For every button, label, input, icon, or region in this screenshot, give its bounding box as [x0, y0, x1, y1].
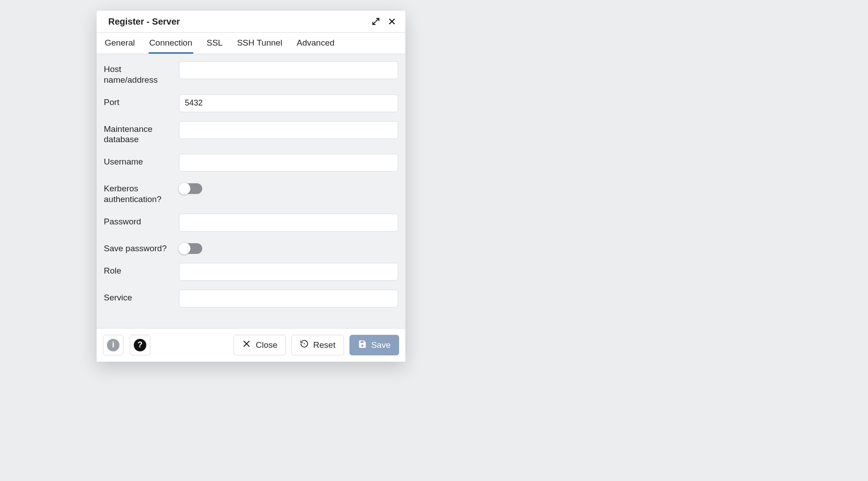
- row-password: Password: [104, 214, 398, 232]
- reset-button[interactable]: Reset: [291, 335, 344, 355]
- kerberos-toggle[interactable]: [179, 183, 202, 194]
- password-input[interactable]: [179, 214, 398, 232]
- label-role: Role: [104, 263, 171, 276]
- dialog-tabs: General Connection SSL SSH Tunnel Advanc…: [97, 33, 405, 54]
- tab-connection[interactable]: Connection: [149, 33, 193, 54]
- tab-advanced[interactable]: Advanced: [296, 33, 336, 54]
- reset-button-icon: [300, 339, 309, 350]
- dialog-footer: i ? Close Reset: [97, 328, 405, 362]
- row-maintenance-db: Maintenance database: [104, 121, 398, 145]
- info-button[interactable]: i: [103, 335, 123, 355]
- dialog-title: Register - Server: [108, 17, 370, 27]
- label-kerberos: Kerberos authentication?: [104, 181, 171, 205]
- close-button[interactable]: Close: [234, 335, 286, 355]
- close-button-icon: [242, 339, 251, 350]
- register-server-dialog: Register - Server General Connection SSL…: [97, 11, 405, 362]
- username-input[interactable]: [179, 154, 398, 172]
- close-button-label: Close: [255, 340, 277, 350]
- row-username: Username: [104, 154, 398, 172]
- row-port: Port: [104, 94, 398, 112]
- titlebar-actions: [370, 16, 397, 27]
- maintenance-db-input[interactable]: [179, 121, 398, 139]
- label-host: Host name/address: [104, 61, 171, 85]
- save-button-label: Save: [371, 340, 391, 350]
- save-button[interactable]: Save: [349, 335, 399, 355]
- label-service: Service: [104, 290, 171, 303]
- row-save-password: Save password?: [104, 240, 398, 254]
- service-input[interactable]: [179, 290, 398, 308]
- dialog-titlebar: Register - Server: [97, 11, 405, 33]
- save-button-icon: [358, 339, 367, 350]
- expand-icon[interactable]: [370, 16, 381, 27]
- help-icon: ?: [134, 339, 146, 351]
- label-maintenance-db: Maintenance database: [104, 121, 171, 145]
- tab-general[interactable]: General: [104, 33, 136, 54]
- svg-point-0: [304, 343, 305, 345]
- save-password-toggle[interactable]: [179, 243, 202, 254]
- row-role: Role: [104, 263, 398, 281]
- label-username: Username: [104, 154, 171, 167]
- row-service: Service: [104, 290, 398, 308]
- row-kerberos: Kerberos authentication?: [104, 181, 398, 205]
- close-icon[interactable]: [387, 16, 397, 27]
- role-input[interactable]: [179, 263, 398, 281]
- label-password: Password: [104, 214, 171, 227]
- reset-button-label: Reset: [313, 340, 336, 350]
- label-port: Port: [104, 94, 171, 108]
- help-button[interactable]: ?: [130, 335, 150, 355]
- row-host: Host name/address: [104, 61, 398, 85]
- connection-form: Host name/address Port Maintenance datab…: [97, 54, 405, 328]
- port-input[interactable]: [179, 94, 398, 112]
- tab-ssh-tunnel[interactable]: SSH Tunnel: [236, 33, 283, 54]
- host-input[interactable]: [179, 61, 398, 79]
- label-save-password: Save password?: [104, 240, 171, 254]
- tab-ssl[interactable]: SSL: [206, 33, 224, 54]
- info-icon: i: [107, 339, 119, 351]
